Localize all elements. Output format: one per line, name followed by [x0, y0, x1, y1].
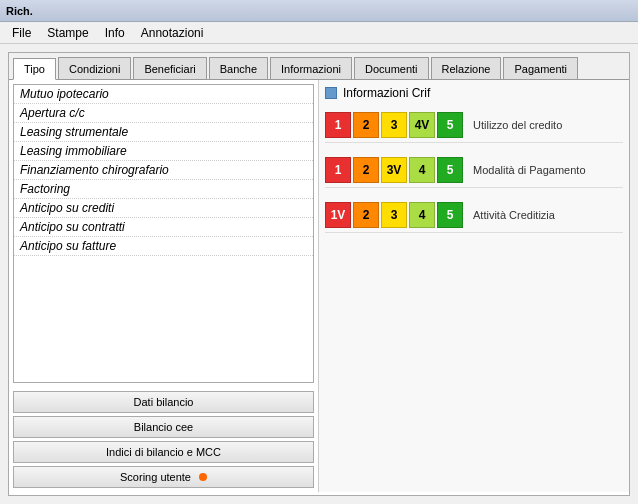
tab-documenti[interactable]: Documenti	[354, 57, 429, 79]
score-box[interactable]: 2	[353, 157, 379, 183]
right-panel: Informazioni Crif 1 2 3 4V 5 Utilizzo de…	[319, 80, 629, 492]
crif-title: Informazioni Crif	[343, 86, 430, 100]
score-label-modalita: Modalità di Pagamento	[473, 164, 586, 176]
list-item[interactable]: Anticipo su crediti	[14, 199, 313, 218]
tab-informazioni[interactable]: Informazioni	[270, 57, 352, 79]
scoring-utente-button[interactable]: Scoring utente	[13, 466, 314, 488]
list-item[interactable]: Anticipo su fatture	[14, 237, 313, 256]
score-box[interactable]: 3V	[381, 157, 407, 183]
tab-pagamenti[interactable]: Pagamenti	[503, 57, 578, 79]
tab-tipo[interactable]: Tipo	[13, 58, 56, 80]
score-box[interactable]: 5	[437, 202, 463, 228]
left-panel: Mutuo ipotecario Apertura c/c Leasing st…	[9, 80, 319, 492]
score-box[interactable]: 1	[325, 157, 351, 183]
score-box[interactable]: 2	[353, 112, 379, 138]
tab-condizioni[interactable]: Condizioni	[58, 57, 131, 79]
loan-list: Mutuo ipotecario Apertura c/c Leasing st…	[13, 84, 314, 383]
action-buttons: Dati bilancio Bilancio cee Indici di bil…	[13, 391, 314, 488]
score-row-modalita: 1 2 3V 4 5 Modalità di Pagamento	[325, 153, 623, 188]
score-boxes-3: 1V 2 3 4 5	[325, 202, 463, 228]
menu-info[interactable]: Info	[97, 24, 133, 42]
list-item[interactable]: Apertura c/c	[14, 104, 313, 123]
score-label-attivita: Attività Creditizia	[473, 209, 555, 221]
score-row-attivita: 1V 2 3 4 5 Attività Creditizia	[325, 198, 623, 233]
content-area: Mutuo ipotecario Apertura c/c Leasing st…	[9, 80, 629, 492]
menu-stampe[interactable]: Stampe	[39, 24, 96, 42]
tab-beneficiari[interactable]: Beneficiari	[133, 57, 206, 79]
bilancio-cee-button[interactable]: Bilancio cee	[13, 416, 314, 438]
score-box[interactable]: 1V	[325, 202, 351, 228]
tabs-container: Tipo Condizioni Beneficiari Banche Infor…	[9, 53, 629, 80]
list-item[interactable]: Leasing strumentale	[14, 123, 313, 142]
score-box[interactable]: 4V	[409, 112, 435, 138]
score-box[interactable]: 4	[409, 157, 435, 183]
score-box[interactable]: 1	[325, 112, 351, 138]
score-row-utilizzo: 1 2 3 4V 5 Utilizzo del credito	[325, 108, 623, 143]
score-box[interactable]: 4	[409, 202, 435, 228]
list-item[interactable]: Anticipo su contratti	[14, 218, 313, 237]
list-item[interactable]: Finanziamento chirografario	[14, 161, 313, 180]
indici-bilancio-button[interactable]: Indici di bilancio e MCC	[13, 441, 314, 463]
crif-header: Informazioni Crif	[325, 86, 623, 100]
list-item[interactable]: Leasing immobiliare	[14, 142, 313, 161]
main-content: Tipo Condizioni Beneficiari Banche Infor…	[8, 52, 630, 496]
crif-icon	[325, 87, 337, 99]
tab-banche[interactable]: Banche	[209, 57, 268, 79]
score-label-utilizzo: Utilizzo del credito	[473, 119, 562, 131]
title-bar: Rich.	[0, 0, 638, 22]
score-box[interactable]: 2	[353, 202, 379, 228]
score-box[interactable]: 5	[437, 157, 463, 183]
score-box[interactable]: 3	[381, 112, 407, 138]
list-item[interactable]: Mutuo ipotecario	[14, 85, 313, 104]
score-boxes-1: 1 2 3 4V 5	[325, 112, 463, 138]
menu-bar: File Stampe Info Annotazioni	[0, 22, 638, 44]
menu-annotazioni[interactable]: Annotazioni	[133, 24, 212, 42]
score-boxes-2: 1 2 3V 4 5	[325, 157, 463, 183]
score-box[interactable]: 3	[381, 202, 407, 228]
dati-bilancio-button[interactable]: Dati bilancio	[13, 391, 314, 413]
list-item[interactable]: Factoring	[14, 180, 313, 199]
tab-relazione[interactable]: Relazione	[431, 57, 502, 79]
scoring-dot	[199, 473, 207, 481]
menu-file[interactable]: File	[4, 24, 39, 42]
title-text: Rich.	[6, 5, 33, 17]
score-box[interactable]: 5	[437, 112, 463, 138]
